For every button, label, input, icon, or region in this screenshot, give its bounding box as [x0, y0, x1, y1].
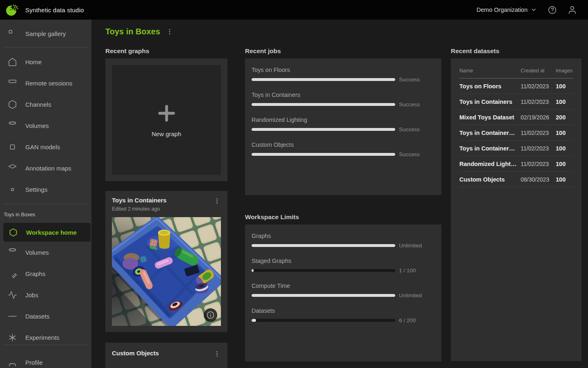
usage-bar: [252, 269, 395, 272]
info-button[interactable]: [204, 308, 217, 322]
graph-card-subtitle: Edited 2 minutes ago: [112, 206, 167, 212]
limit-item: Datasets 6 / 200: [252, 307, 435, 323]
activity-icon: [7, 290, 17, 300]
job-name: Toys in Containers: [252, 91, 435, 99]
job-item[interactable]: Toys on Floors Success: [252, 66, 435, 83]
job-item[interactable]: Toys in Containers Success: [252, 91, 435, 108]
progress-bar: [252, 128, 395, 131]
sidebar-item-label: Annotation maps: [25, 165, 71, 172]
graph-card-menu-button[interactable]: [213, 350, 221, 358]
dataset-image-count: 100: [556, 94, 574, 110]
sidebar-item-volumes[interactable]: Volumes: [0, 242, 91, 263]
usage-bar: [252, 294, 395, 297]
recent-graphs-heading: Recent graphs: [105, 47, 227, 55]
sidebar-item-workspace-home[interactable]: Workspace home: [3, 223, 91, 242]
recent-jobs-card: Toys on Floors Success Toys in Container…: [245, 58, 441, 195]
dataset-name: Mixed Toys Dataset: [459, 110, 521, 125]
column-header-created: Created at: [521, 58, 556, 79]
sidebar-item-home[interactable]: Home: [0, 51, 91, 72]
database-icon: [7, 121, 17, 130]
dataset-row[interactable]: Toys on Floors 11/02/2023 100: [459, 79, 574, 94]
sidebar-divider: [3, 47, 88, 47]
graph-card-menu-button[interactable]: [213, 197, 221, 205]
workspace-nav: Workspace home Volumes Graphs Jobs Datas…: [0, 223, 91, 348]
dataset-row[interactable]: Mixed Toys Dataset 02/19/2026 200: [459, 110, 574, 125]
global-nav: Home Remote sessions Channels Volumes GA…: [0, 51, 91, 200]
dataset-image-count: 100: [556, 125, 574, 141]
new-graph-card[interactable]: New graph: [105, 58, 227, 181]
jobs-column: Recent jobs Toys on Floors Success Toys …: [245, 47, 441, 361]
grid-icon: [7, 29, 17, 38]
limit-value: 1 / 100: [399, 267, 435, 274]
sidebar-item-graphs[interactable]: Graphs: [0, 263, 91, 284]
job-name: Custom Objects: [252, 141, 435, 148]
column-header-images: Images: [556, 58, 574, 79]
dataset-name: Toys in Containers: [459, 94, 521, 110]
sidebar-item-label: Profile: [25, 359, 43, 366]
dataset-row[interactable]: Toys in Containers 11/02/2023 100: [459, 94, 574, 110]
user-icon: [7, 357, 17, 367]
help-button[interactable]: [547, 5, 557, 15]
sidebar-item-label: Remote sessions: [25, 80, 72, 87]
limit-name: Datasets: [252, 307, 435, 314]
page-title: Toys in Boxes: [105, 26, 160, 37]
sidebar-item-datasets[interactable]: Datasets: [0, 305, 91, 327]
sidebar: Sample gallery Home Remote sessions Chan…: [0, 20, 91, 368]
sidebar-item-sample-gallery[interactable]: Sample gallery: [0, 24, 91, 43]
profile-button[interactable]: [567, 5, 577, 15]
chip-icon: [7, 142, 17, 152]
toys-in-containers-scene: [112, 217, 221, 326]
workspace-limits-heading: Workspace Limits: [245, 213, 441, 221]
asterisk-icon: [7, 332, 17, 342]
sidebar-item-label: Settings: [25, 186, 47, 193]
datasets-table: Name Created at Images Toys on Floors 11…: [459, 58, 574, 187]
sidebar-item-label: GAN models: [25, 144, 60, 150]
dataset-row[interactable]: Custom Objects 08/30/2023 100: [459, 172, 574, 187]
drive-icon: [7, 311, 17, 321]
new-graph-label: New graph: [151, 130, 181, 137]
dataset-created-at: 11/02/2023: [521, 79, 556, 94]
sidebar-item-profile[interactable]: Profile: [0, 352, 91, 368]
job-item[interactable]: Custom Objects Success: [252, 141, 435, 157]
dataset-row[interactable]: Toys in Containers - … 11/02/2023 100: [459, 125, 574, 141]
dataset-created-at: 08/30/2023: [521, 172, 556, 187]
sidebar-item-channels[interactable]: Channels: [0, 94, 91, 115]
dataset-image-count: 100: [556, 172, 574, 187]
limit-item: Compute Time Unlimited: [252, 282, 435, 298]
sidebar-item-label: Sample gallery: [25, 30, 66, 37]
dataset-image-count: 100: [556, 156, 574, 172]
graph-card-custom-objects[interactable]: Custom Objects: [105, 343, 227, 368]
app-logo-icon[interactable]: [5, 3, 19, 17]
sidebar-item-label: Channels: [25, 101, 51, 108]
recent-graphs-column: Recent graphs New graph Toys in Containe…: [105, 47, 227, 368]
sidebar-divider: [3, 345, 88, 345]
graph-thumbnail[interactable]: [112, 217, 221, 326]
dataset-created-at: 11/02/2023: [521, 156, 556, 172]
org-switcher[interactable]: Demo Organization: [477, 7, 537, 13]
job-status: Success: [399, 76, 435, 83]
limit-value: Unlimited: [399, 242, 435, 249]
sidebar-item-annotation-maps[interactable]: Annotation maps: [0, 157, 91, 179]
sidebar-item-settings[interactable]: Settings: [0, 179, 91, 200]
limit-name: Staged Graphs: [252, 257, 435, 265]
sidebar-item-remote-sessions[interactable]: Remote sessions: [0, 72, 91, 94]
dataset-image-count: 100: [556, 79, 574, 94]
dataset-created-at: 02/19/2026: [521, 110, 556, 125]
dataset-created-at: 11/02/2023: [521, 125, 556, 141]
page-title-menu-button[interactable]: [165, 27, 174, 36]
progress-bar: [252, 103, 395, 106]
box-icon: [7, 99, 17, 109]
sidebar-item-jobs[interactable]: Jobs: [0, 284, 91, 305]
kebab-icon: [213, 350, 221, 358]
sidebar-item-volumes[interactable]: Volumes: [0, 115, 91, 136]
dataset-row[interactable]: Randomized Lighting 11/02/2023 100: [459, 156, 574, 172]
sidebar-item-gan-models[interactable]: GAN models: [0, 136, 91, 157]
limit-name: Compute Time: [252, 282, 435, 289]
hexagon-icon: [8, 227, 18, 237]
user-icon: [568, 5, 577, 15]
dataset-row[interactable]: Toys in Containers - … 11/02/2023 100: [459, 141, 574, 156]
graph-card-toys-in-containers[interactable]: Toys in Containers Edited 2 minutes ago: [105, 191, 227, 332]
dataset-name: Toys in Containers - …: [459, 125, 521, 141]
job-item[interactable]: Randomized Lighting Success: [252, 116, 435, 132]
sidebar-item-label: Datasets: [25, 313, 49, 320]
